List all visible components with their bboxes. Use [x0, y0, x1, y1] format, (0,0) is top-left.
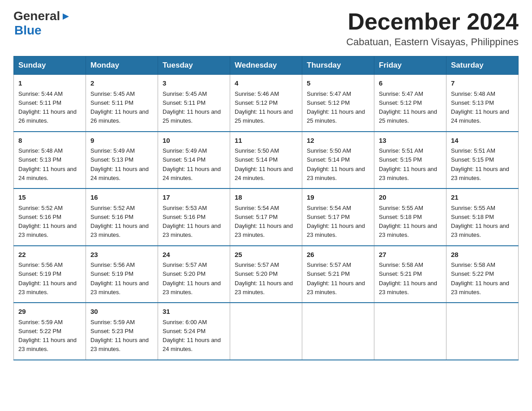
day-number: 12 — [307, 136, 369, 146]
day-info: Sunrise: 5:50 AMSunset: 5:14 PMDaylight:… — [307, 147, 365, 181]
calendar-subtitle: Cabatuan, Eastern Visayas, Philippines — [346, 36, 519, 48]
day-info: Sunrise: 5:48 AMSunset: 5:13 PMDaylight:… — [451, 90, 509, 124]
table-row: 20 Sunrise: 5:55 AMSunset: 5:18 PMDaylig… — [374, 188, 446, 246]
table-row: 24 Sunrise: 5:57 AMSunset: 5:20 PMDaylig… — [158, 246, 230, 303]
table-row: 15 Sunrise: 5:52 AMSunset: 5:16 PMDaylig… — [14, 188, 86, 246]
day-number: 23 — [90, 250, 153, 260]
col-saturday: Saturday — [446, 56, 519, 75]
calendar-week-row: 15 Sunrise: 5:52 AMSunset: 5:16 PMDaylig… — [14, 188, 519, 246]
day-info: Sunrise: 5:56 AMSunset: 5:19 PMDaylight:… — [18, 261, 77, 295]
day-info: Sunrise: 5:45 AMSunset: 5:11 PMDaylight:… — [90, 90, 149, 124]
col-thursday: Thursday — [302, 56, 374, 75]
day-info: Sunrise: 5:59 AMSunset: 5:22 PMDaylight:… — [18, 319, 77, 353]
day-number: 5 — [307, 78, 369, 89]
day-number: 1 — [18, 78, 81, 89]
table-row: 1 Sunrise: 5:44 AMSunset: 5:11 PMDayligh… — [14, 75, 86, 132]
table-row: 12 Sunrise: 5:50 AMSunset: 5:14 PMDaylig… — [302, 132, 374, 189]
day-info: Sunrise: 5:47 AMSunset: 5:12 PMDaylight:… — [307, 90, 365, 124]
day-number: 2 — [90, 78, 153, 89]
day-number: 29 — [18, 307, 81, 317]
day-info: Sunrise: 5:55 AMSunset: 5:18 PMDaylight:… — [379, 205, 437, 239]
table-row: 25 Sunrise: 5:57 AMSunset: 5:20 PMDaylig… — [230, 246, 302, 303]
day-number: 4 — [235, 78, 297, 89]
day-number: 24 — [163, 250, 225, 260]
col-tuesday: Tuesday — [158, 56, 230, 75]
table-row — [230, 303, 302, 360]
table-row: 31 Sunrise: 6:00 AMSunset: 5:24 PMDaylig… — [158, 303, 230, 360]
day-info: Sunrise: 5:48 AMSunset: 5:13 PMDaylight:… — [18, 147, 77, 181]
day-info: Sunrise: 5:50 AMSunset: 5:14 PMDaylight:… — [235, 147, 293, 181]
day-info: Sunrise: 5:47 AMSunset: 5:12 PMDaylight:… — [379, 90, 437, 124]
col-sunday: Sunday — [14, 56, 86, 75]
day-info: Sunrise: 5:59 AMSunset: 5:23 PMDaylight:… — [90, 319, 149, 353]
day-number: 28 — [451, 250, 514, 260]
day-number: 31 — [163, 307, 225, 317]
day-number: 20 — [379, 193, 442, 203]
col-monday: Monday — [86, 56, 158, 75]
table-row: 30 Sunrise: 5:59 AMSunset: 5:23 PMDaylig… — [86, 303, 158, 360]
table-row: 3 Sunrise: 5:45 AMSunset: 5:11 PMDayligh… — [158, 75, 230, 132]
day-number: 8 — [18, 136, 81, 146]
day-number: 25 — [235, 250, 297, 260]
day-info: Sunrise: 5:57 AMSunset: 5:21 PMDaylight:… — [307, 261, 365, 295]
table-row: 19 Sunrise: 5:54 AMSunset: 5:17 PMDaylig… — [302, 188, 374, 246]
day-info: Sunrise: 5:55 AMSunset: 5:18 PMDaylight:… — [451, 205, 509, 239]
day-info: Sunrise: 5:52 AMSunset: 5:16 PMDaylight:… — [90, 205, 149, 239]
day-number: 10 — [163, 136, 225, 146]
day-info: Sunrise: 5:49 AMSunset: 5:13 PMDaylight:… — [90, 147, 149, 181]
day-info: Sunrise: 5:58 AMSunset: 5:22 PMDaylight:… — [451, 261, 509, 295]
day-number: 18 — [235, 193, 297, 203]
table-row: 29 Sunrise: 5:59 AMSunset: 5:22 PMDaylig… — [14, 303, 86, 360]
logo-blue-text: Blue — [14, 23, 42, 37]
day-number: 15 — [18, 193, 81, 203]
table-row — [302, 303, 374, 360]
day-info: Sunrise: 5:54 AMSunset: 5:17 PMDaylight:… — [307, 205, 365, 239]
table-row: 28 Sunrise: 5:58 AMSunset: 5:22 PMDaylig… — [446, 246, 519, 303]
day-info: Sunrise: 5:58 AMSunset: 5:21 PMDaylight:… — [379, 261, 437, 295]
day-number: 30 — [90, 307, 153, 317]
day-info: Sunrise: 5:49 AMSunset: 5:14 PMDaylight:… — [163, 147, 221, 181]
logo: General Blue — [13, 9, 71, 38]
page-header: General Blue December 2024 Cabatuan, Eas… — [13, 9, 519, 48]
table-row: 9 Sunrise: 5:49 AMSunset: 5:13 PMDayligh… — [86, 132, 158, 189]
day-info: Sunrise: 5:57 AMSunset: 5:20 PMDaylight:… — [235, 261, 293, 295]
table-row — [374, 303, 446, 360]
calendar-week-row: 1 Sunrise: 5:44 AMSunset: 5:11 PMDayligh… — [14, 75, 519, 132]
title-area: December 2024 Cabatuan, Eastern Visayas,… — [346, 9, 519, 48]
calendar-week-row: 29 Sunrise: 5:59 AMSunset: 5:22 PMDaylig… — [14, 303, 519, 360]
table-row: 7 Sunrise: 5:48 AMSunset: 5:13 PMDayligh… — [446, 75, 519, 132]
day-number: 16 — [90, 193, 153, 203]
logo-arrow-icon — [61, 12, 71, 21]
table-row: 4 Sunrise: 5:46 AMSunset: 5:12 PMDayligh… — [230, 75, 302, 132]
day-info: Sunrise: 5:53 AMSunset: 5:16 PMDaylight:… — [163, 205, 221, 239]
table-row: 18 Sunrise: 5:54 AMSunset: 5:17 PMDaylig… — [230, 188, 302, 246]
day-info: Sunrise: 5:57 AMSunset: 5:20 PMDaylight:… — [163, 261, 221, 295]
table-row: 6 Sunrise: 5:47 AMSunset: 5:12 PMDayligh… — [374, 75, 446, 132]
day-number: 19 — [307, 193, 369, 203]
table-row: 13 Sunrise: 5:51 AMSunset: 5:15 PMDaylig… — [374, 132, 446, 189]
table-row — [446, 303, 519, 360]
day-number: 13 — [379, 136, 442, 146]
day-info: Sunrise: 5:51 AMSunset: 5:15 PMDaylight:… — [379, 147, 437, 181]
calendar-header-row: Sunday Monday Tuesday Wednesday Thursday… — [14, 56, 519, 75]
table-row: 17 Sunrise: 5:53 AMSunset: 5:16 PMDaylig… — [158, 188, 230, 246]
svg-marker-0 — [63, 13, 69, 20]
day-number: 11 — [235, 136, 297, 146]
day-number: 14 — [451, 136, 514, 146]
day-number: 3 — [163, 78, 225, 89]
day-number: 21 — [451, 193, 514, 203]
table-row: 14 Sunrise: 5:51 AMSunset: 5:15 PMDaylig… — [446, 132, 519, 189]
day-number: 27 — [379, 250, 442, 260]
day-info: Sunrise: 5:54 AMSunset: 5:17 PMDaylight:… — [235, 205, 293, 239]
table-row: 8 Sunrise: 5:48 AMSunset: 5:13 PMDayligh… — [14, 132, 86, 189]
day-number: 22 — [18, 250, 81, 260]
table-row: 2 Sunrise: 5:45 AMSunset: 5:11 PMDayligh… — [86, 75, 158, 132]
table-row: 22 Sunrise: 5:56 AMSunset: 5:19 PMDaylig… — [14, 246, 86, 303]
calendar-week-row: 8 Sunrise: 5:48 AMSunset: 5:13 PMDayligh… — [14, 132, 519, 189]
calendar-table: Sunday Monday Tuesday Wednesday Thursday… — [13, 56, 519, 360]
day-number: 26 — [307, 250, 369, 260]
calendar-week-row: 22 Sunrise: 5:56 AMSunset: 5:19 PMDaylig… — [14, 246, 519, 303]
table-row: 23 Sunrise: 5:56 AMSunset: 5:19 PMDaylig… — [86, 246, 158, 303]
table-row: 10 Sunrise: 5:49 AMSunset: 5:14 PMDaylig… — [158, 132, 230, 189]
logo-general-text: General — [13, 9, 60, 23]
